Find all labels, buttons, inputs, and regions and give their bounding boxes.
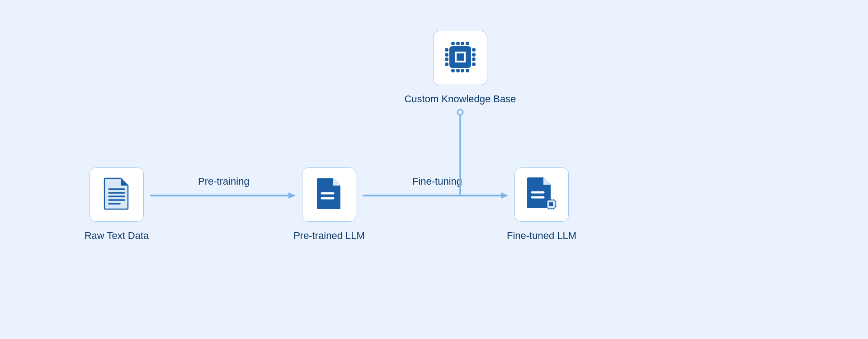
svg-point-25 (472, 62, 476, 66)
node-custom-kb (433, 31, 487, 85)
svg-point-47 (458, 110, 463, 115)
svg-point-19 (445, 53, 448, 57)
svg-marker-45 (501, 192, 508, 199)
arrow-finetuning (363, 192, 508, 199)
edge-label-finetuning: Fine-tuning (412, 176, 462, 187)
document-lines-icon (104, 177, 130, 212)
svg-point-20 (445, 57, 448, 61)
document-chip-icon (525, 177, 558, 213)
svg-rect-29 (549, 202, 553, 206)
svg-marker-43 (288, 192, 296, 199)
node-fine-tuned-llm (514, 167, 569, 222)
node-label-custom-kb: Custom Knowledge Base (392, 93, 528, 105)
diagram-canvas: Raw Text Data Pre-trained LLM (0, 0, 868, 339)
svg-point-21 (445, 62, 448, 66)
svg-point-22 (472, 48, 476, 52)
svg-point-24 (472, 57, 476, 61)
svg-rect-9 (457, 53, 464, 61)
document-solid-icon (316, 177, 342, 212)
svg-point-23 (472, 53, 476, 57)
node-pretrained-llm (302, 167, 356, 222)
node-raw-text-data (90, 167, 144, 222)
arrow-pretraining (150, 192, 296, 199)
svg-point-16 (461, 69, 464, 72)
svg-point-10 (451, 42, 455, 45)
chip-icon (442, 38, 479, 77)
svg-point-15 (456, 69, 460, 72)
node-label-fine-tuned-llm: Fine-tuned LLM (474, 230, 609, 242)
edge-label-pretraining: Pre-training (198, 176, 250, 187)
node-label-raw-text-data: Raw Text Data (49, 230, 184, 242)
svg-point-11 (456, 42, 460, 45)
svg-point-18 (445, 48, 448, 52)
svg-point-13 (466, 42, 469, 45)
svg-point-12 (461, 42, 464, 45)
node-label-pretrained-llm: Pre-trained LLM (261, 230, 397, 242)
connector-kb (457, 109, 464, 195)
svg-point-17 (466, 69, 469, 72)
svg-point-14 (451, 69, 455, 72)
